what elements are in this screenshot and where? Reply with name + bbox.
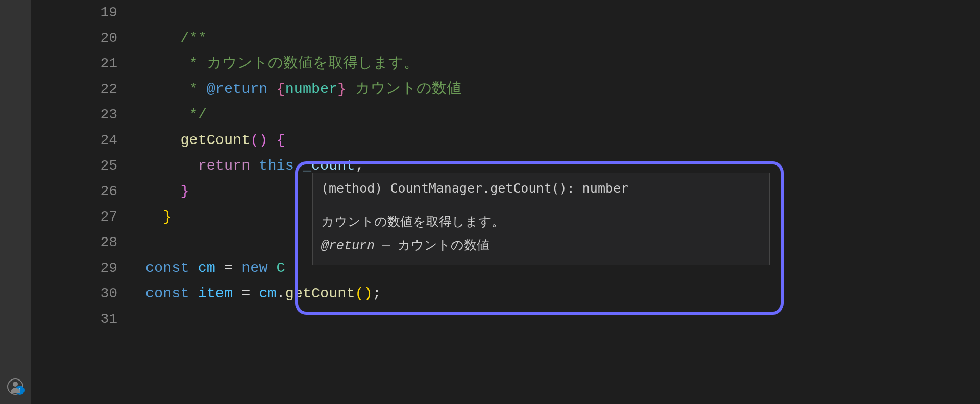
- comment-start: /**: [180, 30, 206, 46]
- line-number: 30: [31, 281, 135, 306]
- line-number: 25: [31, 153, 135, 179]
- hover-desc-text: カウントの数値を取得します。: [321, 212, 761, 233]
- method-call: getCount: [285, 285, 355, 302]
- line-number: 26: [31, 179, 135, 204]
- line-number: 19: [31, 0, 135, 26]
- semicolon: ;: [355, 157, 364, 174]
- line-number: 29: [31, 255, 135, 281]
- dot: .: [294, 157, 303, 174]
- line-number: 24: [31, 128, 135, 153]
- method-name: getCount: [180, 132, 250, 149]
- hover-tooltip[interactable]: (method) CountManager.getCount(): number…: [312, 173, 770, 265]
- semicolon: ;: [373, 285, 381, 302]
- brace: {: [267, 81, 285, 98]
- code-area[interactable]: /** * カウントの数値を取得します。 * @return {number} …: [145, 0, 980, 332]
- code-line-20[interactable]: /**: [145, 26, 980, 51]
- code-line-31[interactable]: [145, 306, 980, 332]
- variable: cm: [198, 259, 215, 276]
- code-editor[interactable]: 19 20 21 22 23 24 25 26 27 28 29 30 31 /…: [31, 0, 980, 404]
- class-name: C: [277, 259, 285, 276]
- line-number: 28: [31, 230, 135, 255]
- gutter: 19 20 21 22 23 24 25 26 27 28 29 30 31: [31, 0, 135, 404]
- line-number: 23: [31, 102, 135, 128]
- line-number: 22: [31, 77, 135, 102]
- brace: }: [180, 183, 189, 200]
- comment-star: *: [180, 55, 206, 72]
- accounts-badge: 1: [15, 386, 24, 395]
- comment-text: カウントの数値: [346, 81, 461, 98]
- hover-return-text: カウントの数値: [398, 239, 489, 253]
- activity-bar: 1: [0, 0, 31, 404]
- hover-return-tag: @return: [321, 239, 375, 253]
- brace: }: [337, 81, 346, 98]
- paren: (: [250, 132, 259, 149]
- code-line-19[interactable]: [145, 0, 980, 26]
- keyword-const: const: [145, 285, 189, 302]
- code-line-24[interactable]: getCount() {: [145, 128, 980, 153]
- comment-star: *: [180, 81, 206, 98]
- code-line-23[interactable]: */: [145, 102, 980, 128]
- line-number: 21: [31, 51, 135, 77]
- line-number: 31: [31, 306, 135, 332]
- brace: {: [277, 132, 285, 149]
- paren: ): [364, 285, 373, 302]
- dot: .: [277, 285, 285, 302]
- comment-text: カウントの数値を取得します。: [207, 55, 419, 72]
- comment-end: */: [180, 106, 206, 123]
- keyword-return: return: [198, 157, 251, 174]
- variable: item: [198, 285, 233, 302]
- keyword-const: const: [145, 259, 189, 276]
- code-line-22[interactable]: * @return {number} カウントの数値: [145, 77, 980, 102]
- paren: (: [355, 285, 364, 302]
- accounts-icon[interactable]: 1: [7, 378, 23, 395]
- code-line-21[interactable]: * カウントの数値を取得します。: [145, 51, 980, 77]
- line-number: 20: [31, 26, 135, 51]
- hover-description: カウントの数値を取得します。 @return — カウントの数値: [313, 204, 769, 265]
- variable: c: [259, 285, 267, 302]
- type: number: [285, 81, 338, 98]
- property: _count: [303, 157, 355, 174]
- jsdoc-return-tag: @return: [207, 81, 268, 98]
- code-line-30[interactable]: const item = cm.getCount();: [145, 281, 980, 306]
- keyword-new: new: [241, 259, 267, 276]
- brace: }: [163, 208, 172, 225]
- hover-return: @return — カウントの数値: [321, 236, 761, 256]
- hover-signature: (method) CountManager.getCount(): number: [313, 173, 769, 204]
- line-number: 27: [31, 204, 135, 230]
- paren: ): [259, 132, 267, 149]
- keyword-this: this: [259, 157, 293, 174]
